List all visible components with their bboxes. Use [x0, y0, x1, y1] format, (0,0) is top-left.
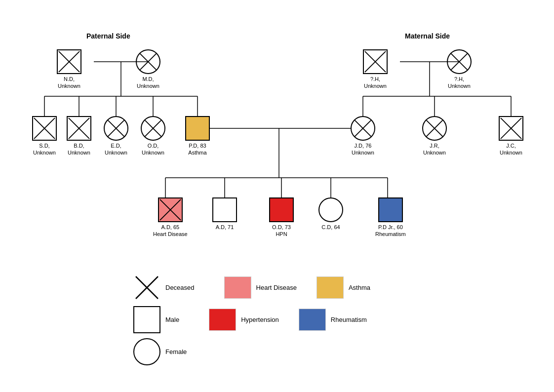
jr-node: J.R,Unknown	[422, 116, 447, 157]
jc-node: J.C,Unknown	[499, 116, 523, 157]
jc-label: J.C,Unknown	[500, 142, 522, 157]
cd-node: C.D, 64	[318, 197, 343, 231]
mat-grandmother-label: ?.H,Unknown	[448, 76, 471, 90]
asthma-legend-label: Asthma	[349, 284, 370, 291]
pedigree-chart: Paternal Side Maternal Side N.D,Unknown …	[0, 0, 554, 392]
pd-label: P.D, 83Asthma	[188, 142, 206, 157]
ed-node: E.D,Unknown	[104, 116, 128, 157]
mat-grandmother-node: ?.H,Unknown	[447, 49, 472, 90]
male-legend-label: Male	[165, 316, 179, 323]
pdjr-node: P.D Jr., 60Rheumatism	[375, 197, 406, 238]
mat-grandfather-node: ?.H,Unknown	[363, 49, 388, 90]
mat-grandfather-label: ?.H,Unknown	[364, 76, 387, 90]
paternal-label: Paternal Side	[86, 32, 130, 40]
ed-label: E.D,Unknown	[105, 142, 127, 157]
jd-label: J.D, 76Unknown	[352, 142, 374, 157]
pd-node: P.D, 83Asthma	[185, 116, 210, 157]
hypertension-legend-label: Hypertension	[241, 316, 279, 323]
heart-legend-label: Heart Disease	[256, 284, 297, 291]
legend: Deceased Heart Disease Asthma Male Hyper…	[133, 274, 370, 365]
jr-label: J.R,Unknown	[423, 142, 446, 157]
cd-label: C.D, 64	[321, 224, 340, 231]
maternal-label: Maternal Side	[405, 32, 450, 40]
ad2-node: A.D, 71	[212, 197, 237, 231]
od-label: O.D,Unknown	[142, 142, 164, 157]
sd-label: S.D,Unknown	[33, 142, 56, 157]
pdjr-label: P.D Jr., 60Rheumatism	[375, 224, 406, 238]
female-legend-label: Female	[165, 348, 187, 355]
sd-node: S.D,Unknown	[32, 116, 57, 157]
ad-node: A.D, 65Heart Disease	[153, 197, 188, 238]
jd-node: J.D, 76Unknown	[351, 116, 375, 157]
bd-node: B.D,Unknown	[67, 116, 91, 157]
pat-grandmother-label: M.D,Unknown	[137, 76, 159, 90]
bd-label: B.D,Unknown	[68, 142, 90, 157]
odjr-label: O.D, 73HPN	[272, 224, 291, 238]
odjr-node: O.D, 73HPN	[269, 197, 294, 238]
ad-label: A.D, 65Heart Disease	[153, 224, 188, 238]
pat-grandfather-node: N.D,Unknown	[57, 49, 81, 90]
od-node: O.D,Unknown	[141, 116, 165, 157]
pat-grandmother-node: M.D,Unknown	[136, 49, 160, 90]
pat-grandfather-label: N.D,Unknown	[58, 76, 80, 90]
deceased-legend-label: Deceased	[165, 284, 195, 291]
rheumatism-legend-label: Rheumatism	[331, 316, 367, 323]
ad2-label: A.D, 71	[216, 224, 234, 231]
